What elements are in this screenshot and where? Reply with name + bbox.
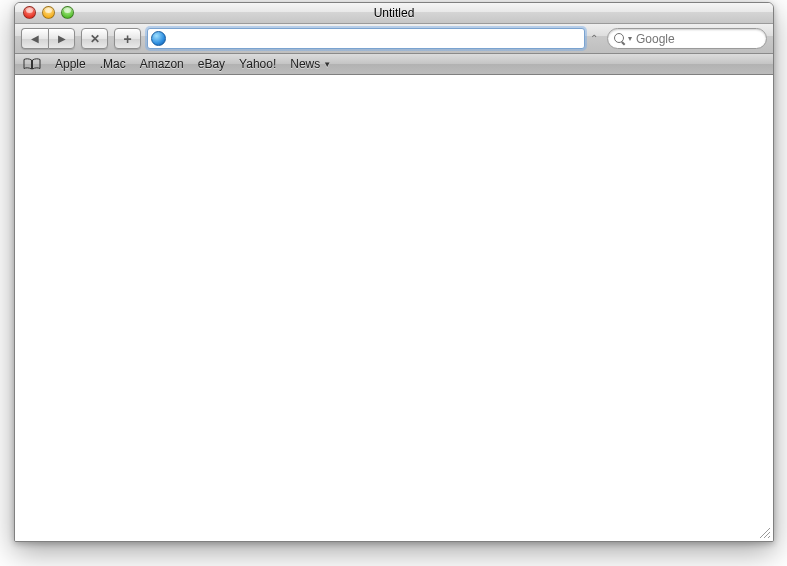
bookmark-apple[interactable]: Apple (55, 57, 86, 71)
plus-icon: + (123, 32, 131, 46)
bookmark-amazon[interactable]: Amazon (140, 57, 184, 71)
svg-line-2 (768, 536, 770, 538)
bookmark-dotmac[interactable]: .Mac (100, 57, 126, 71)
back-button[interactable]: ◀ (21, 28, 48, 49)
toolbar: ◀ ▶ ✕ + ⌃ ▾ (15, 24, 773, 54)
bookmark-label: Apple (55, 57, 86, 71)
resize-icon (757, 525, 771, 539)
forward-button[interactable]: ▶ (48, 28, 75, 49)
window-title: Untitled (374, 6, 415, 20)
browser-window: Untitled ◀ ▶ ✕ + ⌃ ▾ (14, 2, 774, 542)
titlebar: Untitled (15, 3, 773, 24)
snapback-button[interactable]: ⌃ (587, 28, 601, 49)
zoom-button[interactable] (61, 6, 74, 19)
resize-handle[interactable] (757, 525, 771, 539)
minimize-button[interactable] (42, 6, 55, 19)
url-input[interactable] (170, 30, 581, 47)
forward-arrow-icon: ▶ (58, 33, 66, 44)
bookmark-label: Amazon (140, 57, 184, 71)
back-arrow-icon: ◀ (31, 33, 39, 44)
nav-buttons: ◀ ▶ (21, 28, 75, 49)
stop-icon: ✕ (90, 32, 100, 46)
close-button[interactable] (23, 6, 36, 19)
address-bar[interactable] (147, 28, 585, 49)
search-field[interactable]: ▾ (607, 28, 767, 49)
bookmark-news[interactable]: News ▼ (290, 57, 331, 71)
bookmarks-menu-button[interactable] (23, 58, 41, 70)
search-input[interactable] (636, 32, 774, 46)
search-icon (614, 33, 626, 45)
add-bookmark-button[interactable]: + (114, 28, 141, 49)
bookmark-ebay[interactable]: eBay (198, 57, 225, 71)
bookmark-label: eBay (198, 57, 225, 71)
snapback-icon: ⌃ (590, 33, 598, 44)
window-controls (23, 6, 74, 19)
bookmarks-bar: Apple .Mac Amazon eBay Yahoo! News ▼ (15, 54, 773, 75)
bookmark-label: Yahoo! (239, 57, 276, 71)
search-menu-chevron-icon[interactable]: ▾ (628, 34, 632, 43)
chevron-down-icon: ▼ (323, 60, 331, 69)
stop-button[interactable]: ✕ (81, 28, 108, 49)
globe-icon (151, 31, 166, 46)
bookmark-yahoo[interactable]: Yahoo! (239, 57, 276, 71)
address-bar-container: ⌃ (147, 28, 601, 49)
page-content (15, 75, 773, 541)
bookmark-label: .Mac (100, 57, 126, 71)
book-icon (23, 58, 41, 70)
bookmark-label: News (290, 57, 320, 71)
